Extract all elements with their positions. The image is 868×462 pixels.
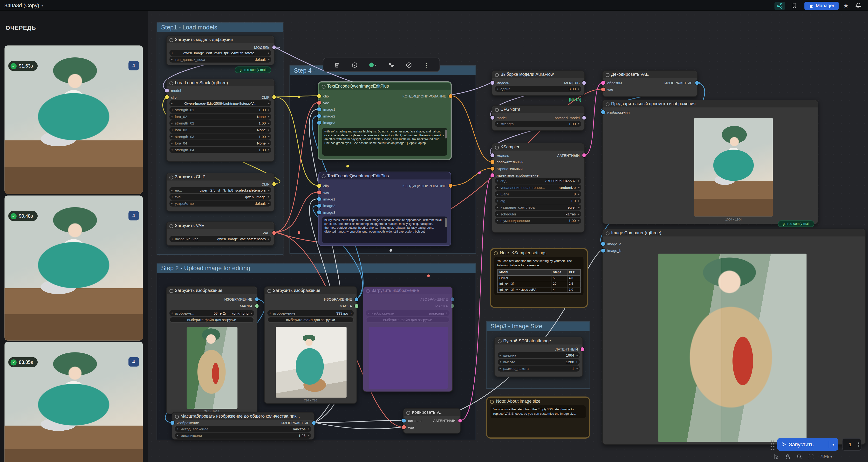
widget-batch-size[interactable]: ◂размер_пакета1▸: [498, 366, 580, 371]
next-arrow-icon[interactable]: ▸: [578, 184, 580, 190]
bookmark-button[interactable]: [789, 1, 800, 10]
widget-clip-name[interactable]: ◂на...qwen_2.5_vl_7b_fp8_scaled.safetens…: [169, 187, 271, 193]
input-clip[interactable]: clip: [323, 94, 329, 99]
node-image-comparer[interactable]: Image Comparer (rgthree) image_a image_b: [602, 229, 866, 444]
output-latent[interactable]: ЛАТЕНТНЫЙ: [433, 418, 456, 423]
port-dot-icon[interactable]: [317, 204, 321, 208]
node-color-button[interactable]: ▾: [369, 62, 376, 67]
next-arrow-icon[interactable]: ▸: [268, 133, 270, 139]
node-title[interactable]: KSampler: [492, 144, 584, 151]
node-ksampler[interactable]: KSampler модель положительный отрицатель…: [492, 143, 585, 233]
node-title[interactable]: Декодировать VAE: [603, 71, 697, 78]
node-title[interactable]: Выборка модели AuraFlow: [492, 71, 584, 78]
output-mask[interactable]: МАСКА: [340, 304, 352, 309]
port-dot-icon[interactable]: [491, 116, 494, 119]
next-arrow-icon[interactable]: ▸: [308, 426, 309, 432]
input-model[interactable]: model: [497, 115, 506, 120]
widget-height[interactable]: ◂высота1280▸: [498, 359, 580, 365]
prev-arrow-icon[interactable]: ◂: [171, 310, 173, 316]
port-dot-icon[interactable]: [695, 81, 699, 85]
port-dot-icon[interactable]: [354, 298, 358, 301]
decrement-icon[interactable]: ▾: [858, 444, 859, 448]
port-dot-icon[interactable]: [317, 101, 321, 104]
output-clip[interactable]: CLIP: [261, 95, 270, 100]
widget-ckpt-name[interactable]: ◂qwen_image_edit_2509_fp8_e4m3fn.safete.…: [169, 50, 271, 56]
next-arrow-icon[interactable]: ▸: [577, 359, 578, 365]
widget-strength-03[interactable]: ◂strength_031.00▸: [169, 133, 271, 139]
workflow-name-menu[interactable]: 84ua3d (Copy) ▾: [4, 2, 43, 8]
output-image[interactable]: ИЗОБРАЖЕНИЕ: [281, 420, 309, 425]
next-arrow-icon[interactable]: ▸: [578, 218, 580, 223]
port-dot-icon[interactable]: [582, 116, 586, 119]
widget-weight-dtype[interactable]: ◂тип_данных_весаdefault▸: [169, 57, 271, 62]
next-arrow-icon[interactable]: ▸: [268, 201, 270, 206]
widget-lora-03[interactable]: ◂lora_03None▸: [169, 127, 271, 133]
output-patched-model[interactable]: patched_model: [555, 115, 580, 120]
prev-arrow-icon[interactable]: ◂: [171, 201, 173, 206]
input-positive[interactable]: положительный: [497, 159, 523, 164]
widget-upscale-method[interactable]: ◂метод_апскейлаlanczos▸: [175, 426, 311, 432]
prev-arrow-icon[interactable]: ◂: [171, 133, 173, 139]
prev-arrow-icon[interactable]: ◂: [171, 147, 173, 152]
node-load-image-1[interactable]: Загрузить изображение ИЗОБРАЖЕНИЕ МАСКА …: [166, 286, 257, 414]
widget-megapixels[interactable]: ◂мегапиксели1.25▸: [175, 433, 311, 438]
node-title[interactable]: CFGNorm: [492, 106, 584, 113]
port-dot-icon[interactable]: [272, 182, 276, 186]
port-dot-icon[interactable]: [255, 298, 258, 301]
output-model[interactable]: МОДЕЛЬ: [254, 45, 270, 50]
drag-handle[interactable]: [770, 440, 775, 450]
next-arrow-icon[interactable]: ▸: [578, 191, 580, 197]
node-lora-loader-stack[interactable]: Lora Loader Stack (rgthree) model clip C…: [166, 79, 275, 162]
port-dot-icon[interactable]: [491, 167, 494, 170]
prev-arrow-icon[interactable]: ◂: [497, 184, 498, 190]
output-image[interactable]: ИЗОБРАЖЕНИЕ: [224, 297, 252, 302]
next-arrow-icon[interactable]: ▸: [268, 107, 270, 113]
image-preview[interactable]: [187, 327, 238, 409]
next-arrow-icon[interactable]: ▸: [268, 127, 270, 133]
input-vae[interactable]: vae: [323, 190, 329, 195]
node-load-image-2[interactable]: Загрузить изображение ИЗОБРАЖЕНИЕ МАСКА …: [264, 286, 357, 404]
next-arrow-icon[interactable]: ▸: [577, 352, 578, 358]
port-dot-icon[interactable]: [601, 110, 605, 114]
port-dot-icon[interactable]: [170, 421, 174, 425]
port-dot-icon[interactable]: [582, 81, 586, 85]
node-title[interactable]: TextEncodeQwenImageEditPlus: [319, 83, 451, 90]
next-arrow-icon[interactable]: ▸: [578, 204, 580, 210]
queue-item[interactable]: ✓91.63s 4: [4, 45, 143, 194]
batch-count-stepper[interactable]: 1 ▴▾: [842, 438, 861, 451]
node-title[interactable]: Загрузить VAE: [167, 222, 274, 229]
node-title[interactable]: Масштабировать изображение до общего кол…: [172, 412, 314, 420]
node-title[interactable]: Загрузить изображение: [167, 287, 257, 294]
output-conditioning[interactable]: КОНДИЦИОНИРОВАНИЕ: [403, 94, 446, 99]
port-dot-icon[interactable]: [312, 421, 315, 425]
prev-arrow-icon[interactable]: ◂: [171, 120, 173, 126]
prev-arrow-icon[interactable]: ◂: [171, 127, 173, 133]
next-arrow-icon[interactable]: ▸: [268, 147, 270, 152]
comparison-image[interactable]: [658, 253, 806, 442]
port-dot-icon[interactable]: [317, 114, 321, 118]
prev-arrow-icon[interactable]: ◂: [171, 100, 173, 106]
widget-sampler-name[interactable]: ◂название_сэмплераeuler▸: [495, 204, 581, 210]
input-image1[interactable]: image1: [323, 107, 336, 112]
port-dot-icon[interactable]: [491, 160, 494, 163]
widget-image-file[interactable]: ◂изображе...08_er2r — копия.png▸: [169, 310, 254, 316]
next-arrow-icon[interactable]: ▸: [268, 187, 270, 193]
zoom-tool-button[interactable]: [797, 454, 802, 459]
node-load-vae[interactable]: Загрузить VAE VAE ◂название_vaeqwen_imag…: [166, 221, 275, 246]
input-image[interactable]: изображение: [177, 420, 199, 425]
node-load-clip[interactable]: Загрузить CLIP CLIP ◂на...qwen_2.5_vl_7b…: [166, 173, 275, 212]
input-image2[interactable]: image2: [323, 203, 336, 208]
node-vae-encode[interactable]: Кодировать V... пиксели vae ЛАТЕНТНЫЙ: [403, 408, 461, 434]
widget-image-file[interactable]: ◂изображение333.jpg▸: [268, 310, 354, 316]
input-image1[interactable]: image1: [323, 196, 336, 202]
prev-arrow-icon[interactable]: ◂: [171, 107, 173, 113]
input-vae[interactable]: vae: [607, 87, 613, 92]
node-title[interactable]: Загрузить изображение: [265, 287, 356, 294]
input-model[interactable]: model: [171, 88, 181, 93]
output-vae[interactable]: VAE: [262, 230, 270, 236]
input-image3[interactable]: image3: [323, 120, 336, 125]
prev-arrow-icon[interactable]: ◂: [497, 197, 498, 204]
widget-width[interactable]: ◂ширина1664▸: [498, 352, 580, 358]
widget-scheduler[interactable]: ◂schedulerkarras▸: [495, 211, 581, 217]
collapse-node-button[interactable]: [388, 62, 394, 68]
